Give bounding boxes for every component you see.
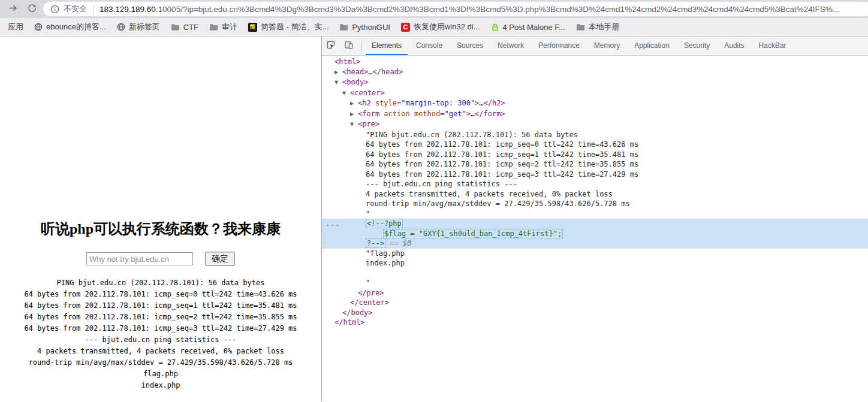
reload-button[interactable] bbox=[24, 1, 40, 17]
devtools-tree-row[interactable]: index.php bbox=[322, 258, 868, 268]
devtools-tab-memory[interactable]: Memory bbox=[588, 37, 626, 55]
bookmark-item[interactable]: ebounce的博客... bbox=[29, 18, 111, 36]
url-host: 183.129.189.60 bbox=[100, 5, 156, 14]
devtools-tab-console[interactable]: Console bbox=[410, 37, 448, 55]
bookmark-item[interactable]: 应用 bbox=[2, 18, 29, 36]
ping-output-line: index.php bbox=[0, 380, 321, 391]
tree-expand-arrow-icon[interactable]: ▼ bbox=[334, 78, 342, 88]
devtools-tree-row[interactable]: ...<!--?php bbox=[322, 219, 868, 229]
devtools-tree-row[interactable]: ▶<h2 style="margin-top: 300">…</h2> bbox=[322, 98, 868, 109]
devtools-tree-row[interactable]: --- bjut.edu.cn ping statistics --- bbox=[322, 179, 868, 189]
submit-button[interactable]: 确定 bbox=[205, 252, 235, 266]
devtools-tree-row[interactable]: 64 bytes from 202.112.78.101: icmp_seq=1… bbox=[322, 150, 868, 160]
devtools-tree-row[interactable]: ▼<center> bbox=[322, 88, 868, 99]
devtools-tree-row[interactable]: "flag.php bbox=[322, 249, 868, 259]
code-segment: </html> bbox=[334, 318, 365, 327]
devtools-tree-row[interactable]: </center> bbox=[322, 298, 868, 308]
info-icon[interactable] bbox=[50, 5, 59, 14]
jian-badge-icon: 简 bbox=[248, 23, 257, 32]
ping-form: 确定 bbox=[0, 252, 321, 266]
code-segment: </body> bbox=[342, 309, 373, 317]
devtools-panel: ElementsConsoleSourcesNetworkPerformance… bbox=[322, 37, 868, 401]
code-segment: </h2> bbox=[484, 99, 505, 107]
bookmark-item[interactable]: 简简答题 - 简洁、实... bbox=[243, 18, 334, 36]
devtools-tree-row[interactable]: " bbox=[322, 278, 868, 288]
devtools-tree-row[interactable]: 64 bytes from 202.112.78.101: icmp_seq=2… bbox=[322, 159, 868, 170]
devtools-tab-elements[interactable]: Elements bbox=[366, 37, 408, 55]
tree-expand-arrow-icon[interactable]: ▶ bbox=[350, 110, 358, 120]
code-segment: 64 bytes from 202.112.78.101: icmp_seq=3… bbox=[366, 170, 638, 179]
devtools-tree-row[interactable] bbox=[322, 268, 868, 279]
code-segment: </pre> bbox=[358, 289, 384, 297]
tree-expand-arrow-icon[interactable]: ▼ bbox=[342, 89, 350, 99]
devtools-tree-row[interactable]: ▶<form action method="get">…</form> bbox=[322, 109, 868, 120]
code-segment: index.php bbox=[366, 259, 405, 267]
devtools-tab-performance[interactable]: Performance bbox=[532, 37, 586, 55]
bookmark-item[interactable]: 本地手册 bbox=[571, 18, 625, 36]
tree-expand-arrow-icon[interactable]: ▶ bbox=[334, 68, 342, 78]
devtools-tree-row[interactable]: </body> bbox=[322, 308, 868, 318]
devtools-tree-row[interactable]: 4 packets transmitted, 4 packets receive… bbox=[322, 189, 868, 200]
bookmark-label: PythonGUI bbox=[352, 23, 390, 32]
tree-expand-arrow-icon[interactable]: ▼ bbox=[350, 120, 358, 130]
address-bar[interactable]: 不安全 183.129.189.60:10005/?ip=bjut.edu.cn… bbox=[43, 2, 868, 16]
folder-icon bbox=[339, 23, 348, 31]
devtools-tree-row[interactable]: round-trip min/avg/max/stddev = 27.429/3… bbox=[322, 199, 868, 209]
bookmark-item[interactable]: CTF bbox=[165, 18, 204, 36]
ip-input[interactable] bbox=[86, 252, 193, 265]
code-segment: </head> bbox=[373, 68, 403, 76]
bookmarks-bar: 应用ebounce的博客...新标签页CTF审计简简答题 - 简洁、实...Py… bbox=[0, 18, 868, 37]
code-segment: style bbox=[371, 99, 397, 107]
bookmark-label: 简答题 - 简洁、实... bbox=[261, 22, 328, 32]
devtools-tree-row[interactable]: ▼<pre> bbox=[322, 119, 868, 130]
devtools-tree-row[interactable]: ▶<head>…</head> bbox=[322, 67, 868, 78]
ping-output-line: --- bjut.edu.cn ping statistics --- bbox=[0, 334, 321, 346]
code-segment: 64 bytes from 202.112.78.101: icmp_seq=0… bbox=[366, 140, 638, 149]
devtools-tree-row[interactable]: ▼<body> bbox=[322, 77, 868, 88]
bookmark-item[interactable]: 审计 bbox=[204, 18, 243, 36]
bookmark-label: 应用 bbox=[8, 22, 23, 32]
devtools-tab-audits[interactable]: Audits bbox=[718, 37, 750, 55]
code-segment: --- bjut.edu.cn ping statistics --- bbox=[366, 180, 517, 188]
bookmark-label: 4 Post Malone F... bbox=[503, 23, 565, 32]
ping-output-line: 64 bytes from 202.112.78.101: icmp_seq=1… bbox=[0, 300, 321, 312]
content-area: 听说php可以执行系统函数？我来康康 确定 PING bjut.edu.cn (… bbox=[0, 37, 868, 401]
code-segment: <head> bbox=[342, 68, 368, 76]
devtools-tree-row[interactable]: ?--> == $0 bbox=[322, 238, 868, 249]
devtools-tree-row[interactable]: 64 bytes from 202.112.78.101: icmp_seq=3… bbox=[322, 170, 868, 180]
code-segment: <html> bbox=[334, 58, 360, 66]
devtools-tab-security[interactable]: Security bbox=[678, 37, 716, 55]
gutter-overflow-dots: ... bbox=[326, 219, 340, 229]
devtools-tree-row[interactable]: "PING bjut.edu.cn (202.112.78.101): 56 d… bbox=[322, 130, 868, 140]
forward-button[interactable] bbox=[5, 1, 20, 17]
device-toolbar-button[interactable] bbox=[340, 37, 358, 55]
code-segment: > bbox=[466, 110, 471, 118]
inspect-element-button[interactable] bbox=[322, 37, 340, 55]
ping-output-line: 4 packets transmitted, 4 packets receive… bbox=[0, 346, 321, 357]
bookmark-label: 本地手册 bbox=[589, 22, 620, 32]
bookmark-item[interactable]: C恢复使用win32 di... bbox=[396, 18, 486, 36]
folder-icon bbox=[171, 23, 180, 31]
code-segment: action method bbox=[379, 110, 440, 118]
devtools-tabs: ElementsConsoleSourcesNetworkPerformance… bbox=[366, 37, 795, 55]
bookmark-item[interactable]: PythonGUI bbox=[334, 18, 396, 36]
tree-expand-arrow-icon[interactable]: ▶ bbox=[350, 99, 358, 109]
devtools-tree-row[interactable]: </html> bbox=[322, 318, 868, 328]
bookmark-label: 审计 bbox=[222, 22, 237, 32]
devtools-tab-network[interactable]: Network bbox=[492, 37, 530, 55]
bookmark-item[interactable]: 新标签页 bbox=[111, 18, 165, 36]
devtools-tree-row[interactable]: <html> bbox=[322, 57, 868, 67]
devtools-tab-hackbar[interactable]: HackBar bbox=[753, 37, 792, 55]
devtools-tab-application[interactable]: Application bbox=[628, 37, 676, 55]
folder-icon bbox=[576, 23, 585, 31]
devtools-tab-sources[interactable]: Sources bbox=[451, 37, 489, 55]
toolbar-separator bbox=[361, 41, 362, 51]
devtools-tree-row[interactable]: </pre> bbox=[322, 288, 868, 298]
security-status-label: 不安全 bbox=[64, 4, 87, 14]
bookmark-item[interactable]: 4 Post Malone F... bbox=[486, 18, 571, 36]
devtools-tree-row[interactable]: 64 bytes from 202.112.78.101: icmp_seq=0… bbox=[322, 140, 868, 150]
globe-icon bbox=[117, 23, 125, 31]
page-title: 听说php可以执行系统函数？我来康康 bbox=[0, 220, 321, 237]
devtools-tree-row[interactable]: $flag = "GXY{1_sh0uld_ban_Icmp_4tFirst}"… bbox=[322, 229, 868, 239]
devtools-tree-row[interactable]: " bbox=[322, 209, 868, 219]
